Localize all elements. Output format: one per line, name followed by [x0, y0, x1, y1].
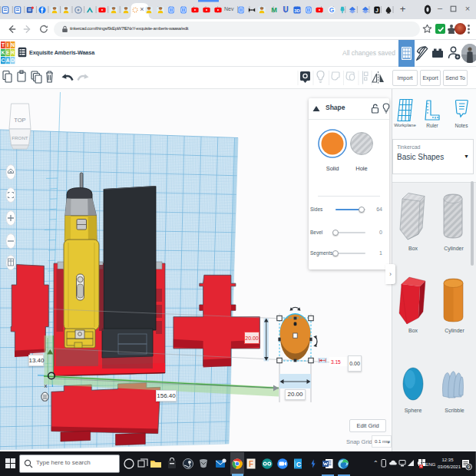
- svg-text:M: M: [271, 6, 277, 14]
- svg-text:C: C: [2, 58, 5, 63]
- svg-text:R: R: [11, 50, 15, 55]
- svg-text:3D: 3D: [294, 8, 299, 12]
- svg-text:G: G: [329, 6, 333, 14]
- svg-text:I: I: [7, 42, 8, 48]
- svg-text:T: T: [2, 42, 5, 48]
- svg-text:N: N: [11, 42, 15, 48]
- svg-text:TOP: TOP: [14, 117, 25, 124]
- svg-text:K: K: [2, 50, 5, 55]
- svg-text:x: x: [45, 382, 48, 389]
- svg-text:FRONT: FRONT: [12, 135, 28, 140]
- svg-text:E: E: [6, 50, 10, 55]
- svg-text:C: C: [296, 461, 302, 468]
- svg-text:U: U: [283, 6, 288, 14]
- svg-text:A: A: [6, 58, 10, 63]
- svg-text:Hole: Hole: [355, 165, 367, 172]
- svg-text:F: F: [249, 460, 253, 468]
- svg-text:Solid: Solid: [326, 165, 339, 172]
- svg-text:J: J: [375, 7, 378, 13]
- svg-text:D: D: [11, 58, 15, 63]
